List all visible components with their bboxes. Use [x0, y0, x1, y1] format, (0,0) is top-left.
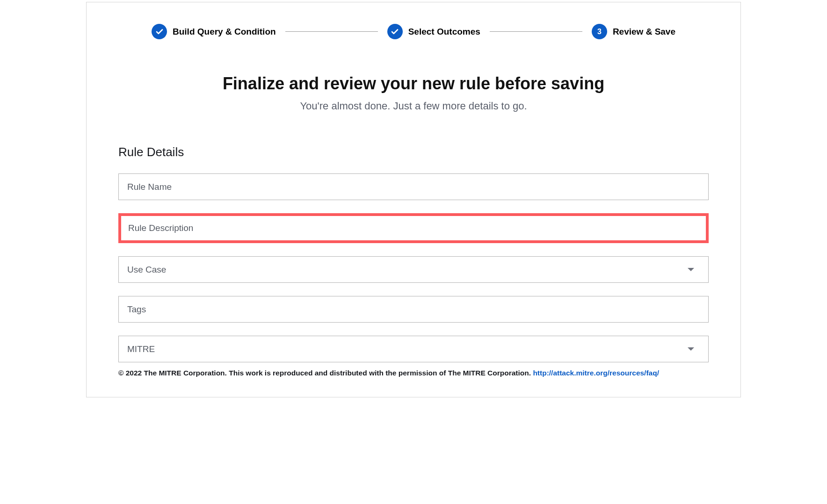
page-title: Finalize and review your new rule before…	[118, 74, 709, 94]
step-number-icon: 3	[592, 24, 607, 39]
caret-down-icon	[688, 347, 694, 351]
step-divider	[490, 31, 582, 32]
rule-name-input[interactable]: Rule Name	[118, 173, 709, 200]
check-icon	[152, 24, 167, 39]
step-select-outcomes[interactable]: Select Outcomes	[387, 24, 480, 39]
footer-text: © 2022 The MITRE Corporation. This work …	[118, 369, 533, 377]
step-review-save[interactable]: 3 Review & Save	[592, 24, 675, 39]
step-label: Build Query & Condition	[173, 27, 276, 37]
field-label: Rule Description	[128, 223, 193, 233]
field-label: Use Case	[127, 265, 166, 275]
step-label: Select Outcomes	[408, 27, 480, 37]
footer-attribution: © 2022 The MITRE Corporation. This work …	[118, 369, 709, 377]
field-label: MITRE	[127, 344, 155, 354]
heading-block: Finalize and review your new rule before…	[118, 74, 709, 112]
step-label: Review & Save	[613, 27, 675, 37]
section-title: Rule Details	[118, 145, 709, 159]
field-label: Tags	[127, 304, 146, 315]
field-label: Rule Name	[127, 182, 172, 192]
step-divider	[285, 31, 378, 32]
rule-description-input[interactable]: Rule Description	[118, 213, 709, 243]
page-subtitle: You're almost done. Just a few more deta…	[118, 100, 709, 112]
use-case-select[interactable]: Use Case	[118, 256, 709, 283]
stepper: Build Query & Condition Select Outcomes …	[152, 24, 675, 39]
caret-down-icon	[688, 268, 694, 271]
mitre-select[interactable]: MITRE	[118, 336, 709, 362]
step-build-query[interactable]: Build Query & Condition	[152, 24, 276, 39]
tags-input[interactable]: Tags	[118, 296, 709, 323]
wizard-panel: Build Query & Condition Select Outcomes …	[86, 2, 741, 397]
check-icon	[387, 24, 403, 39]
footer-link[interactable]: http://attack.mitre.org/resources/faq/	[533, 369, 659, 377]
